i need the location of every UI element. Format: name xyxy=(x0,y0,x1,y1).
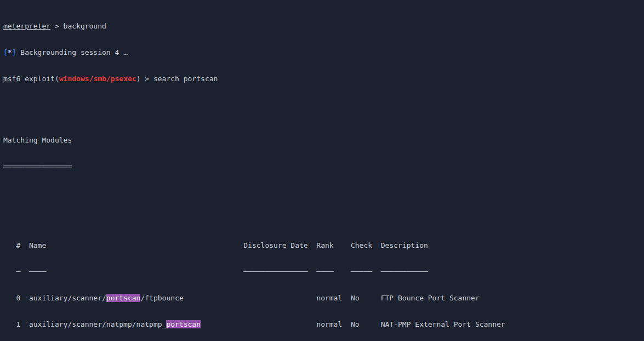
col-header-num: # xyxy=(16,241,29,250)
status-text: Backgrounding session 4 … xyxy=(16,48,128,56)
col-header-desc: Description xyxy=(381,241,428,250)
col-header-date: Disclosure Date xyxy=(243,241,316,250)
rule-desc: ─────────── xyxy=(381,268,428,276)
status-bracket-open: [ xyxy=(3,48,8,56)
context-post: ) > xyxy=(136,75,153,83)
rule-check: ───── xyxy=(351,268,381,276)
modules-table-header: #NameDisclosure DateRankCheckDescription xyxy=(3,241,644,250)
status-star-icon: * xyxy=(8,48,12,56)
section-underline-text: ════════════════ xyxy=(3,162,72,170)
module-check: No xyxy=(351,320,381,329)
context-module-name: windows/smb/psexec xyxy=(59,75,136,83)
terminal-window[interactable]: meterpreter > background [*] Backgroundi… xyxy=(0,0,644,341)
command-search-portscan: search portscan xyxy=(153,75,218,83)
command-background: background xyxy=(64,22,106,30)
meterpreter-prompt: meterpreter xyxy=(3,22,50,30)
module-desc: NAT-PMP External Port Scanner xyxy=(381,320,505,329)
module-row-1: 1auxiliary/scanner/natpmp/natpmp_portsca… xyxy=(3,320,644,329)
module-check: No xyxy=(351,294,381,303)
search-command-line: msf6 exploit(windows/smb/psexec) > searc… xyxy=(3,75,644,83)
module-desc: FTP Bounce Port Scanner xyxy=(381,294,480,303)
rule-date: ─────────────── xyxy=(243,268,316,276)
rule-rank: ──── xyxy=(316,268,351,276)
meterpreter-prompt-line: meterpreter > background xyxy=(3,22,644,31)
context-pre: exploit( xyxy=(20,75,59,83)
section-title-underline: ════════════════ xyxy=(3,162,644,171)
module-index: 1 xyxy=(16,320,29,329)
module-rank: normal xyxy=(316,294,351,303)
path-segment: auxiliary/scanner/ xyxy=(29,294,106,302)
module-name: auxiliary/scanner/natpmp/natpmp_portscan xyxy=(29,320,243,329)
path-segment: auxiliary/scanner/natpmp/natpmp_ xyxy=(29,320,166,328)
modules-table-header-rule: ──────────────────────────────────────── xyxy=(3,268,644,276)
msf6-prompt: msf6 xyxy=(3,75,20,83)
search-highlight: portscan xyxy=(106,294,141,302)
col-header-check: Check xyxy=(351,241,381,250)
prompt-separator: > xyxy=(50,22,63,30)
rule-num: ─ xyxy=(16,268,29,276)
section-title: Matching Modules xyxy=(3,136,644,145)
module-index: 0 xyxy=(16,294,29,303)
col-header-rank: Rank xyxy=(316,241,351,250)
module-row-0: 0auxiliary/scanner/portscan/ftpbouncenor… xyxy=(3,294,644,303)
module-name: auxiliary/scanner/portscan/ftpbounce xyxy=(29,294,243,303)
section-title-text: Matching Modules xyxy=(3,136,72,144)
search-highlight: portscan xyxy=(166,320,201,328)
module-rank: normal xyxy=(316,320,351,329)
status-line-backgrounding: [*] Backgrounding session 4 … xyxy=(3,48,644,57)
rule-name: ──── xyxy=(29,268,243,276)
col-header-name: Name xyxy=(29,241,243,250)
path-segment: /ftpbounce xyxy=(140,294,183,302)
blank-line xyxy=(3,101,644,110)
blank-line xyxy=(3,189,644,197)
modules-table: #NameDisclosure DateRankCheckDescription… xyxy=(3,224,644,341)
